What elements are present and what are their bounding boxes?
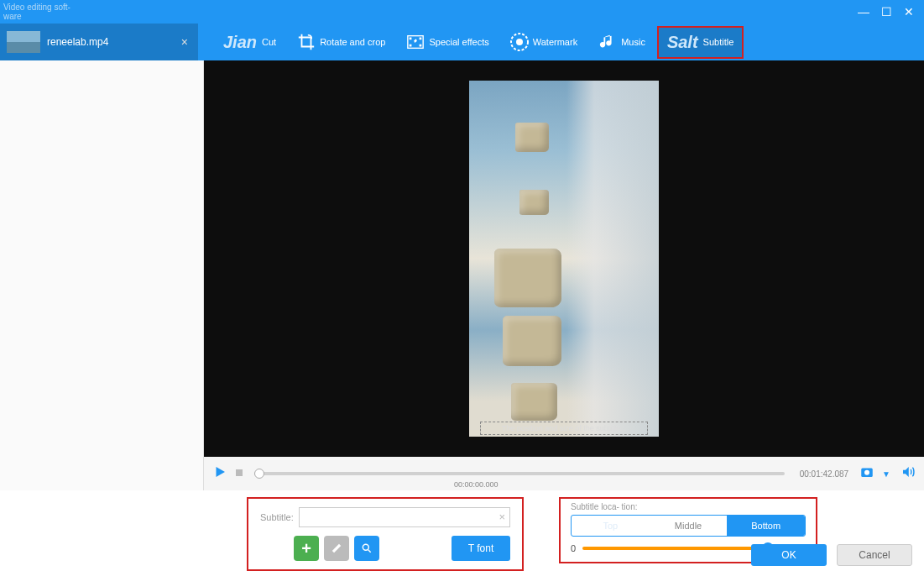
location-min: 0: [571, 543, 576, 553]
file-name-label: reneelab.mp4: [47, 36, 181, 48]
cancel-button[interactable]: Cancel: [837, 544, 912, 566]
snapshot-button[interactable]: [859, 464, 875, 483]
subtitle-input[interactable]: [299, 507, 510, 527]
time-total: 00:01:42.087: [800, 469, 848, 479]
tool-music[interactable]: Music: [589, 27, 654, 57]
volume-button[interactable]: [901, 464, 916, 483]
subtitle-editor-box: Subtitle: × + T font: [247, 497, 524, 571]
sky-decoration: [566, 81, 659, 437]
rock-decoration: [519, 190, 549, 215]
svg-rect-4: [420, 45, 422, 47]
close-window-button[interactable]: ✕: [904, 5, 914, 18]
cut-label: Cut: [262, 37, 276, 47]
file-sidebar: [0, 60, 204, 490]
player-controls: 00:00:00.000 00:01:42.087 ▼: [204, 457, 924, 490]
rotate-label: Rotate and crop: [320, 37, 385, 47]
ok-button[interactable]: OK: [751, 544, 827, 566]
clear-input-icon[interactable]: ×: [499, 511, 505, 523]
music-label: Music: [621, 37, 645, 47]
title-bar: Video editing soft- ware — ☐ ✕: [0, 0, 924, 24]
tool-cut[interactable]: Jian Cut: [215, 28, 285, 57]
svg-rect-2: [410, 45, 412, 47]
rock-decoration: [494, 249, 561, 307]
file-tab[interactable]: reneelab.mp4 ×: [0, 24, 198, 60]
tool-watermark[interactable]: Watermark: [501, 27, 586, 57]
file-thumbnail-icon: [7, 31, 40, 53]
add-subtitle-button[interactable]: +: [294, 536, 319, 561]
subtitle-big-label: Salt: [667, 33, 698, 52]
svg-rect-3: [420, 38, 422, 40]
location-slider[interactable]: [582, 547, 778, 550]
seek-slider[interactable]: [254, 472, 785, 475]
main-body: The position and size of the subtitle...…: [0, 60, 924, 490]
window-controls: — ☐ ✕: [858, 5, 914, 18]
svg-point-9: [864, 470, 869, 475]
subtitle-label: Subtitle: [703, 37, 734, 47]
maximize-button[interactable]: ☐: [881, 5, 892, 18]
subtitle-overlay-text[interactable]: The position and size of the subtitle...: [480, 422, 648, 435]
svg-point-10: [363, 544, 368, 550]
minimize-button[interactable]: —: [858, 5, 869, 18]
stop-button[interactable]: [234, 466, 244, 481]
watermark-label: Watermark: [533, 37, 577, 47]
location-tabs: Top Middle Bottom: [571, 515, 806, 537]
tool-special-effects[interactable]: Special effects: [397, 27, 497, 57]
crop-icon: [296, 32, 316, 52]
time-current: 00:00:00.000: [454, 480, 499, 489]
subtitle-input-row: Subtitle: ×: [260, 507, 510, 527]
svg-rect-7: [236, 469, 243, 476]
music-icon: [598, 32, 618, 52]
effects-icon: [405, 32, 425, 52]
edit-subtitle-button[interactable]: [324, 536, 349, 561]
subtitle-field-label: Subtitle:: [260, 512, 294, 522]
app-title: Video editing soft- ware: [3, 3, 87, 21]
toolbar: reneelab.mp4 × Jian Cut Rotate and crop …: [0, 24, 924, 60]
rock-decoration: [511, 383, 557, 421]
tool-subtitle[interactable]: Salt Subtitle: [657, 26, 744, 59]
subtitle-buttons-row: + T font: [294, 536, 510, 561]
tool-rotate-crop[interactable]: Rotate and crop: [288, 27, 394, 57]
svg-point-6: [516, 39, 523, 45]
rock-decoration: [515, 123, 549, 152]
location-label: Subtitle loca- tion:: [571, 502, 806, 511]
effects-label: Special effects: [429, 37, 488, 47]
video-preview: The position and size of the subtitle...: [204, 60, 924, 457]
preview-area: The position and size of the subtitle...…: [204, 60, 924, 490]
search-subtitle-button[interactable]: [354, 536, 379, 561]
play-button[interactable]: [212, 464, 227, 483]
video-frame: The position and size of the subtitle...: [469, 81, 659, 437]
location-tab-middle[interactable]: Middle: [650, 516, 728, 536]
watermark-icon: [509, 32, 530, 52]
font-button[interactable]: T font: [452, 536, 510, 561]
close-file-icon[interactable]: ×: [181, 35, 188, 49]
location-tab-bottom[interactable]: Bottom: [727, 516, 805, 536]
cut-big-label: Jian: [223, 33, 257, 52]
rock-decoration: [503, 316, 561, 366]
seek-thumb[interactable]: [254, 469, 264, 479]
footer-buttons: OK Cancel: [751, 544, 912, 566]
tool-list: Jian Cut Rotate and crop Special effects…: [198, 26, 924, 59]
svg-rect-1: [410, 38, 412, 40]
dropdown-icon[interactable]: ▼: [882, 469, 890, 479]
location-tab-top[interactable]: Top: [572, 516, 650, 536]
subtitle-input-wrap: ×: [299, 507, 510, 527]
